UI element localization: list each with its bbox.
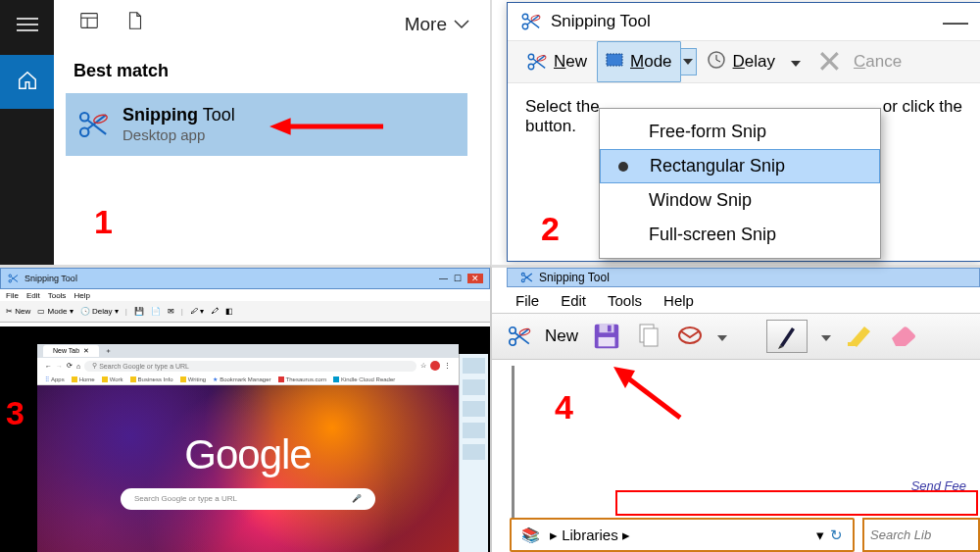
send-button[interactable]: ✉ (168, 307, 174, 316)
delay-button[interactable]: Delay (697, 41, 785, 82)
menu-item-freeform[interactable]: Free-form Snip (600, 115, 880, 149)
save-button[interactable]: 💾 (134, 307, 144, 316)
menu-tools[interactable]: Tools (48, 291, 67, 300)
svg-point-11 (528, 64, 534, 70)
highlighter-button[interactable] (845, 323, 874, 351)
scissors-icon (506, 324, 531, 349)
svg-rect-0 (81, 14, 98, 28)
new-button[interactable]: ✂ New (6, 307, 30, 316)
menu-item-window[interactable]: Window Snip (600, 183, 880, 218)
home-button[interactable]: ⌂ (76, 363, 80, 370)
star-button[interactable]: ☆ (420, 362, 426, 370)
document-icon[interactable] (124, 10, 146, 34)
step-number-1: 1 (94, 203, 113, 241)
menu-button[interactable]: ⋮ (444, 362, 451, 370)
rectangle-icon (606, 52, 623, 72)
bookmark-thesaurus[interactable]: Thesaurus.com (278, 376, 326, 382)
red-arrow-annotation (270, 114, 385, 139)
apps-view-icon[interactable] (78, 10, 100, 34)
pen-button[interactable] (766, 320, 808, 353)
menu-file[interactable]: File (515, 292, 539, 309)
selected-dot-icon (618, 162, 628, 172)
google-search-box[interactable]: Search Google or type a URL 🎤 (121, 488, 375, 510)
eraser-button[interactable]: ◧ (225, 307, 233, 316)
side-item[interactable] (463, 444, 485, 460)
send-button[interactable] (676, 322, 704, 352)
svg-point-4 (80, 113, 89, 122)
reload-button[interactable]: ⟳ (67, 362, 73, 370)
more-dropdown[interactable]: More (405, 14, 470, 35)
maximize-button[interactable]: ☐ (454, 274, 462, 283)
panel-3-capture: Snipping Tool — ☐ ✕ File Edit Tools Help… (0, 265, 490, 552)
menu-edit[interactable]: Edit (26, 291, 40, 300)
more-label: More (405, 14, 447, 35)
svg-rect-28 (599, 337, 615, 346)
cancel-button[interactable]: ✕ Cance (807, 41, 911, 82)
side-item[interactable] (463, 358, 485, 374)
side-item[interactable] (463, 379, 485, 395)
search-result-snipping-tool[interactable]: Snipping Tool Desktop app (66, 93, 467, 156)
bookmark-apps[interactable]: ⠿Apps (45, 376, 65, 382)
close-button[interactable]: ✕ (467, 274, 483, 283)
home-tile[interactable] (0, 55, 54, 109)
bookmark-biz[interactable]: Business Info (130, 376, 173, 382)
bookmark-work[interactable]: Work (102, 376, 123, 382)
eraser-button[interactable] (888, 325, 917, 349)
minimize-button[interactable]: — (439, 274, 448, 283)
dropdown-icon[interactable]: ▾ (816, 527, 824, 544)
explorer-address[interactable]: 📚 ▸ Libraries ▸ ▾ ↻ (510, 518, 855, 552)
svg-rect-32 (848, 342, 858, 346)
minimize-button[interactable]: — (943, 7, 968, 37)
browser-toolbar: ← → ⟳ ⌂ ⚲ Search Google or type a URL ☆ … (37, 358, 459, 374)
browser-tab[interactable]: New Tab ✕ (43, 345, 99, 357)
address-bar[interactable]: ⚲ Search Google or type a URL (84, 361, 416, 372)
delay-button[interactable]: 🕓 Delay ▾ (80, 307, 119, 316)
bookmark-writing[interactable]: Writing (180, 376, 207, 382)
pen-dropdown[interactable] (821, 329, 831, 344)
bookmark-manager[interactable]: ★Bookmark Manager (213, 376, 270, 382)
menu-edit[interactable]: Edit (561, 292, 586, 309)
menu-tools[interactable]: Tools (608, 292, 642, 309)
menu-item-rectangular[interactable]: Rectangular Snip (600, 149, 880, 183)
step-number-4: 4 (555, 388, 573, 427)
hamburger-icon[interactable] (17, 14, 38, 35)
copy-button[interactable]: 📄 (151, 307, 161, 316)
mode-dropdown-arrow[interactable] (681, 48, 697, 75)
mode-button[interactable]: ▭ Mode ▾ (37, 307, 73, 316)
explorer-search[interactable]: Search Lib (862, 518, 980, 552)
bookmark-kindle[interactable]: Kindle Cloud Reader (333, 376, 395, 382)
mode-button[interactable]: Mode (597, 41, 681, 82)
p4-title-text: Snipping Tool (539, 271, 610, 284)
profile-icon[interactable] (430, 361, 440, 371)
chevron-down-icon (453, 14, 470, 35)
delay-dropdown-arrow[interactable] (785, 55, 807, 70)
side-item[interactable] (463, 423, 485, 438)
new-button[interactable]: New (515, 41, 597, 82)
new-button[interactable]: New (545, 326, 578, 346)
refresh-icon[interactable]: ↻ (830, 527, 843, 544)
pen-button[interactable]: 🖊 ▾ (190, 307, 204, 316)
menu-help[interactable]: Help (663, 292, 694, 309)
copy-button[interactable] (635, 322, 662, 352)
back-button[interactable]: ← (45, 363, 52, 370)
svg-point-20 (521, 279, 524, 282)
forward-button[interactable]: → (56, 363, 63, 370)
highlighter-button[interactable]: 🖍 (211, 307, 219, 316)
window-title: Snipping Tool (551, 12, 651, 31)
home-icon (17, 70, 38, 94)
menu-file[interactable]: File (6, 291, 19, 300)
mic-icon[interactable]: 🎤 (352, 494, 362, 503)
menu-item-fullscreen[interactable]: Full-screen Snip (600, 218, 880, 252)
svg-point-19 (9, 275, 12, 277)
p4-menubar: File Edit Tools Help (492, 287, 980, 313)
cancel-x-icon: ✕ (816, 43, 847, 80)
menu-help[interactable]: Help (74, 291, 89, 300)
svg-point-9 (522, 14, 528, 19)
new-tab-button[interactable]: ＋ (105, 346, 112, 356)
mode-dropdown-menu: Free-form Snip Rectangular Snip Window S… (599, 108, 881, 259)
bookmark-home[interactable]: Home (72, 376, 95, 382)
panel-1-search-result: More Best match Snipping Tool Desktop ap… (0, 0, 490, 265)
side-item[interactable] (463, 401, 485, 417)
save-button[interactable] (592, 322, 621, 351)
send-dropdown[interactable] (717, 329, 727, 344)
